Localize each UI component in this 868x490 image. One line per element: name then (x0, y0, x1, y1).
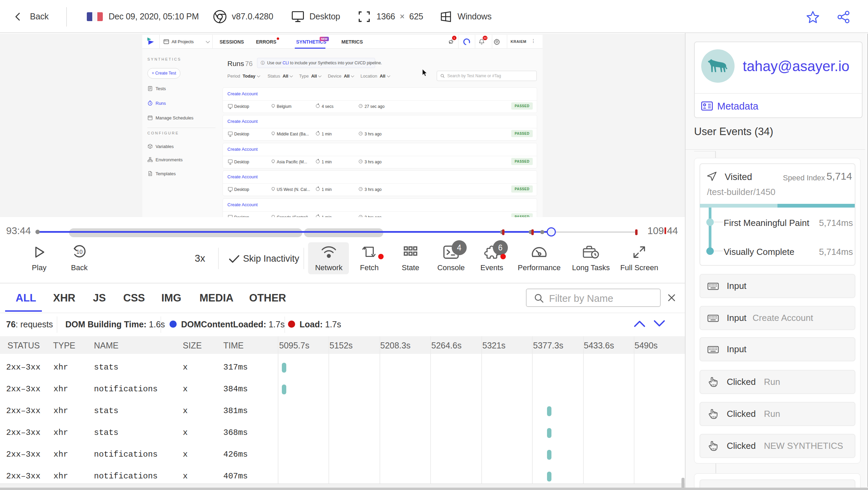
svg-text:10: 10 (76, 249, 82, 255)
